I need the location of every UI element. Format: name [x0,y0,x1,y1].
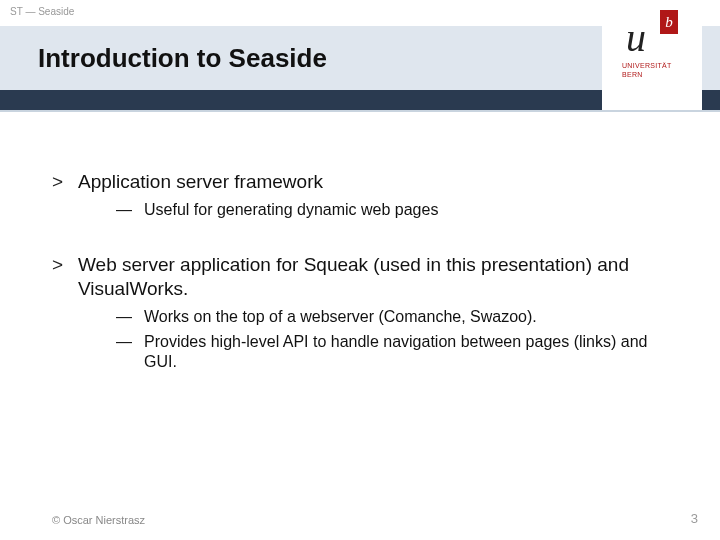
slide-title: Introduction to Seaside [0,43,327,74]
logo-letter-b: b [660,10,678,34]
footer-copyright: © Oscar Nierstrasz [52,514,145,526]
subbullet-text: Provides high-level API to handle naviga… [144,332,660,373]
content-area: > Application server framework — Useful … [52,170,660,405]
bullet-text: Application server framework [78,170,660,194]
chevron-right-icon: > [52,253,78,302]
bullet-text: Web server application for Squeak (used … [78,253,660,302]
breadcrumb: ST — Seaside [10,6,74,17]
subbullet-text: Useful for generating dynamic web pages [144,200,660,220]
bullet-lvl1: > Web server application for Squeak (use… [52,253,660,302]
bullet-lvl1: > Application server framework [52,170,660,194]
dash-icon: — [116,200,144,220]
page-number: 3 [691,511,698,526]
dash-icon: — [116,332,144,373]
dash-icon: — [116,307,144,327]
logo-text: UNIVERSITÄT BERN [622,62,672,80]
divider-line [0,110,720,112]
logo-line2: BERN [622,71,643,78]
chevron-right-icon: > [52,170,78,194]
bullet-lvl2: — Useful for generating dynamic web page… [116,200,660,220]
bullet-block: > Web server application for Squeak (use… [52,253,660,373]
logo-letter-u: u [626,14,646,61]
slide: ST — Seaside Introduction to Seaside u b… [0,0,720,540]
university-logo: u b UNIVERSITÄT BERN [602,0,702,110]
subbullet-text: Works on the top of a webserver (Comanch… [144,307,660,327]
logo-line1: UNIVERSITÄT [622,62,672,69]
bullet-block: > Application server framework — Useful … [52,170,660,221]
bullet-lvl2: — Works on the top of a webserver (Coman… [116,307,660,327]
bullet-lvl2: — Provides high-level API to handle navi… [116,332,660,373]
